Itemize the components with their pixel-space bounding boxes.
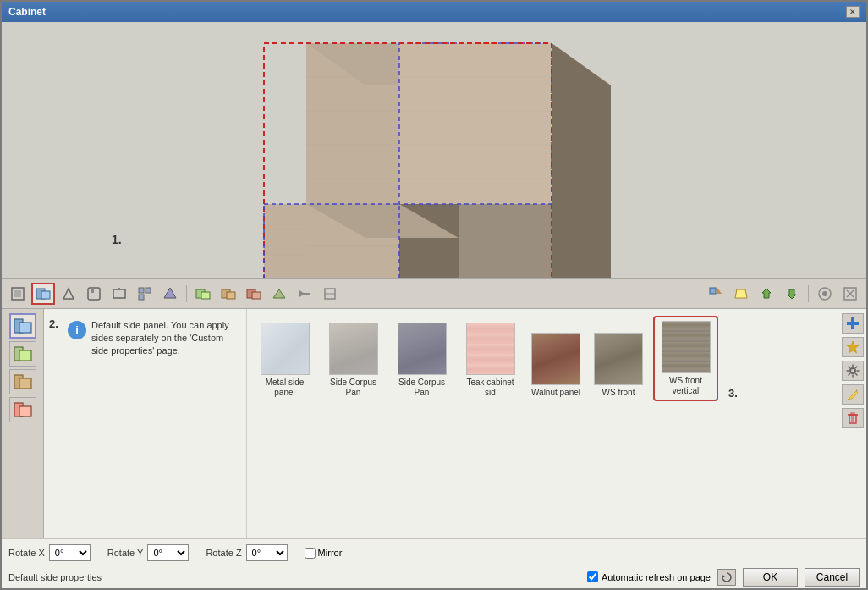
svg-rect-51	[252, 292, 261, 299]
panel-item-ws-front[interactable]: WS front	[591, 329, 646, 401]
gear-action-btn[interactable]	[842, 361, 864, 381]
refresh-icon	[721, 571, 733, 583]
refresh-button[interactable]	[717, 569, 736, 586]
svg-marker-54	[299, 290, 305, 297]
panel-label-corpus2: Side Corpus Pan	[394, 378, 449, 398]
mirror-group: Mirror	[305, 548, 343, 559]
delete-action-btn[interactable]	[842, 408, 864, 428]
panel-thumb-metal	[261, 323, 310, 375]
rotate-y-select[interactable]: 0° 90° 180° 270°	[147, 544, 189, 561]
tb-icon-7	[162, 286, 178, 301]
toolbar-btn-3[interactable]	[57, 283, 80, 305]
panel-thumb-corpus1	[329, 323, 378, 375]
panel-item-corpus1[interactable]: Side Corpus Pan	[322, 319, 384, 401]
panel-label-corpus1: Side Corpus Pan	[326, 378, 381, 398]
info-icon: i	[68, 321, 86, 339]
svg-point-76	[850, 368, 855, 373]
window-title: Cabinet	[8, 6, 46, 18]
auto-refresh-label: Automatic refresh on page	[602, 572, 711, 582]
toolbar-btn-11[interactable]	[267, 283, 291, 305]
side-view-btn-3[interactable]	[9, 369, 36, 394]
toolbar-right-btn-5[interactable]	[813, 283, 837, 305]
toolbar-btn-9[interactable]	[217, 283, 240, 305]
panel-item-metal[interactable]: Metal side panel	[254, 319, 316, 401]
panel-thumb-teak	[466, 323, 515, 375]
cabinet-scene	[2, 22, 866, 278]
tb-icon-3	[61, 286, 76, 301]
preview-area: 1.	[2, 22, 866, 278]
cancel-button[interactable]: Cancel	[805, 568, 860, 587]
plus-icon	[846, 317, 860, 330]
svg-rect-79	[851, 413, 854, 415]
panels-gallery: Metal side panel Side Corpus Pan Side Co…	[247, 309, 839, 539]
tb-right-icon-5	[817, 286, 832, 301]
toolbar-btn-6[interactable]	[133, 283, 157, 305]
toolbar-right-btn-4[interactable]	[780, 283, 804, 305]
panel-item-ws-vertical[interactable]: WS front vertical	[653, 316, 718, 401]
tb-icon-10	[246, 286, 261, 301]
svg-rect-49	[227, 292, 235, 299]
rotate-x-select[interactable]: 0° 90° 180° 270°	[49, 544, 91, 561]
gear-icon	[846, 364, 860, 378]
main-window: Cabinet ✕	[0, 0, 868, 590]
edit-action-btn[interactable]	[842, 384, 864, 405]
status-bar: Default side properties Automatic refres…	[2, 565, 866, 588]
cabinet-3d-view	[230, 35, 653, 278]
rotate-z-label: Rotate Z	[206, 548, 241, 558]
panel-item-corpus2[interactable]: Side Corpus Pan	[391, 319, 453, 401]
svg-rect-40	[113, 289, 125, 298]
ok-button[interactable]: OK	[743, 568, 798, 587]
toolbar-separator-1	[186, 285, 187, 302]
mirror-checkbox[interactable]	[305, 548, 316, 559]
panel-label-walnut: Walnut panel	[531, 388, 580, 398]
rotate-z-select[interactable]: 0° 90° 180° 270°	[246, 544, 288, 561]
tb-right-icon-2	[733, 286, 749, 301]
panels-row: Metal side panel Side Corpus Pan Side Co…	[254, 316, 832, 401]
toolbar-btn-2[interactable]	[31, 283, 55, 305]
toolbar-btn-4[interactable]	[82, 283, 106, 305]
auto-refresh-group: Automatic refresh on page	[587, 571, 711, 582]
svg-rect-39	[91, 288, 94, 293]
svg-marker-52	[273, 289, 285, 298]
toolbar-right	[704, 283, 862, 305]
svg-marker-75	[847, 341, 859, 353]
toolbar-right-btn-3[interactable]	[755, 283, 778, 305]
toolbar-btn-7[interactable]	[158, 283, 182, 305]
tb-right-icon-6	[843, 286, 858, 301]
step1-label: 1.	[112, 233, 122, 246]
star-action-btn[interactable]	[842, 337, 864, 357]
title-bar: Cabinet ✕	[2, 2, 866, 22]
panel-item-walnut[interactable]: Walnut panel	[528, 329, 584, 401]
close-button[interactable]: ✕	[846, 6, 860, 18]
svg-rect-68	[19, 350, 31, 361]
toolbar-btn-10[interactable]	[242, 283, 266, 305]
svg-marker-37	[63, 289, 74, 299]
side-view-btn-4[interactable]	[9, 397, 36, 422]
svg-rect-72	[19, 406, 31, 416]
tb-icon-8	[195, 286, 211, 301]
svg-rect-70	[19, 378, 31, 389]
toolbar-right-btn-1[interactable]	[704, 283, 728, 305]
toolbar-right-btn-2[interactable]	[729, 283, 753, 305]
tb-icon-12	[297, 286, 312, 301]
toolbar-right-btn-6[interactable]	[838, 283, 862, 305]
side-view-icon-2	[14, 345, 32, 363]
star-icon	[846, 340, 860, 354]
side-view-icon-3	[14, 372, 32, 391]
tb-icon-6	[137, 286, 152, 301]
panel-label-metal: Metal side panel	[257, 378, 312, 398]
svg-rect-44	[139, 295, 144, 300]
side-view-btn-2[interactable]	[9, 341, 36, 367]
auto-refresh-checkbox[interactable]	[587, 571, 598, 582]
toolbar-btn-8[interactable]	[191, 283, 215, 305]
toolbar-btn-12[interactable]	[293, 283, 316, 305]
toolbar-btn-1[interactable]	[6, 283, 30, 305]
side-view-btn-active[interactable]	[9, 313, 36, 339]
info-text: Default side panel. You can apply sides …	[91, 319, 243, 358]
svg-rect-66	[19, 323, 31, 333]
toolbar-btn-13[interactable]	[318, 283, 342, 305]
add-action-btn[interactable]	[842, 313, 864, 334]
panel-thumb-walnut	[531, 333, 580, 385]
toolbar-btn-5[interactable]	[107, 283, 131, 305]
panel-item-teak[interactable]: Teak cabinet sid	[459, 319, 521, 401]
